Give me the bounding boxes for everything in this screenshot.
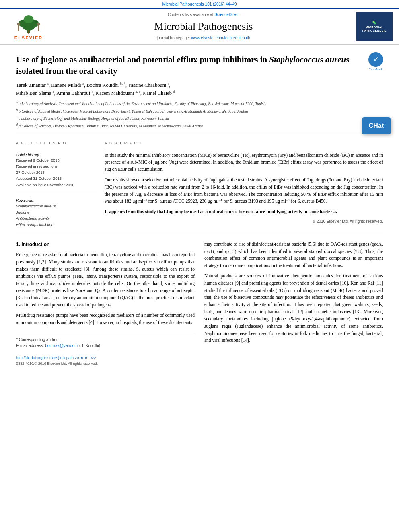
body-para-3: may contribute to rise of disinfectant-r… [204, 241, 383, 269]
keywords-label: Keywords: [16, 198, 97, 203]
article-title: Use of juglone as antibacterial and pote… [16, 54, 383, 76]
abstract-para-3: It appears from this study that Jug may … [105, 208, 383, 216]
doi-link[interactable]: http://dx.doi.org/10.1016/j.micpath.2016… [16, 355, 195, 361]
keywords-block: Keywords: Staphylococcus aureus Juglone … [16, 198, 97, 228]
sciencedirect-link: Contents lists available at ScienceDirec… [51, 12, 356, 18]
chat-button[interactable]: CHat [362, 117, 391, 134]
keyword-juglone: Juglone [16, 209, 97, 215]
journal-logo-title: MICROBIAL [366, 25, 383, 29]
email-line: E-mail address: bochrak@yahoo.fr (B. Kou… [16, 343, 195, 349]
svg-rect-7 [18, 24, 19, 31]
abstract-para-1: In this study the minimal inhibitory con… [105, 152, 383, 173]
received-revised-label: Received in revised form [16, 163, 97, 169]
body-section: 1. Introduction Emergence of resistant o… [16, 234, 383, 373]
svg-rect-10 [37, 23, 40, 25]
footnote-section: * Corresponding author. E-mail address: … [16, 333, 195, 367]
corresponding-label: * Corresponding author. [16, 337, 195, 343]
crossmark-badge: ✓ CrossMark [368, 52, 383, 72]
article-history-block: Article history: Received 9 October 2016… [16, 152, 97, 188]
affiliation-a: a a Laboratory of Analysis, Treatment an… [16, 100, 383, 107]
svg-point-4 [24, 15, 33, 23]
elsevier-tree-icon [14, 12, 43, 34]
section1-title: 1. Introduction [16, 241, 195, 249]
journal-title-block: Contents lists available at ScienceDirec… [51, 12, 356, 41]
journal-logo-box: 🦠 MICROBIAL PATHOGENESIS [356, 12, 393, 41]
copyright-line: © 2016 Elsevier Ltd. All rights reserved… [105, 219, 383, 224]
history-label: Article history: [16, 152, 97, 157]
svg-rect-8 [17, 23, 20, 25]
affiliation-d: d d College of Sciences, Biology Departm… [16, 123, 383, 129]
article-info-header: A R T I C L E I N F O [16, 141, 97, 146]
content-wrapper: ✓ CrossMark Use of juglone as antibacter… [0, 45, 399, 373]
body-para-2: Multidrug resistance pumps have been rec… [16, 312, 195, 327]
elsevier-label: ELSEVIER [14, 35, 43, 41]
crossmark-icon: ✓ [368, 52, 383, 67]
article-info-abstract-section: A R T I C L E I N F O Article history: R… [16, 134, 383, 234]
affiliation-b: b b College of Applied Medical Sciences,… [16, 108, 383, 114]
keyword-staphylococcus: Staphylococcus aureus [16, 203, 97, 209]
homepage-url[interactable]: www.elsevier.com/locate/micpath [191, 36, 250, 40]
authors-list: Tarek Zmantar a, Hanene Miladi a, Bochra… [16, 81, 383, 97]
author-email[interactable]: bochrak@yahoo.fr [45, 343, 78, 348]
article-info-column: A R T I C L E I N F O Article history: R… [16, 141, 97, 228]
abstract-text: In this study the minimal inhibitory con… [105, 152, 383, 216]
received-revised-date: 27 October 2016 [16, 169, 97, 175]
received-date: Received 9 October 2016 [16, 157, 97, 163]
svg-point-5 [28, 30, 29, 32]
article-title-section: ✓ CrossMark Use of juglone as antibacter… [16, 45, 383, 134]
journal-name: Microbial Pathogenesis [51, 19, 356, 34]
body-para-1: Emergence of resistant oral bacteria to … [16, 251, 195, 309]
body-two-columns: 1. Introduction Emergence of resistant o… [16, 241, 383, 367]
affiliations-block: a a Laboratory of Analysis, Treatment an… [16, 100, 383, 129]
issn-line: 0882-4010/© 2016 Elsevier Ltd. All right… [16, 361, 195, 367]
body-col-left: 1. Introduction Emergence of resistant o… [16, 241, 195, 367]
abstract-para-2: Our results showed a selective antimicro… [105, 177, 383, 205]
journal-header: ELSEVIER Contents lists available at Sci… [0, 8, 399, 45]
keyword-efflux: Efflux pumps inhibitors [16, 222, 97, 228]
abstract-column: A B S T R A C T In this study the minima… [105, 141, 383, 228]
accepted-date: Accepted 31 October 2016 [16, 175, 97, 181]
svg-rect-9 [38, 24, 39, 31]
body-col-right: may contribute to rise of disinfectant-r… [204, 241, 383, 367]
available-date: Available online 2 November 2016 [16, 182, 97, 188]
body-para-4: Natural products are sources of innovati… [204, 273, 383, 344]
journal-homepage: journal homepage: www.elsevier.com/locat… [51, 35, 356, 41]
abstract-header: A B S T R A C T [105, 141, 383, 146]
elsevier-logo: ELSEVIER [6, 12, 51, 41]
journal-logo-icon: 🦠 [372, 21, 377, 25]
sciencedirect-anchor[interactable]: ScienceDirect [214, 12, 239, 17]
keyword-antibacterial: Antibacterial activity [16, 215, 97, 221]
journal-reference: Microbial Pathogenesis 101 (2016) 44–49 [0, 0, 399, 8]
affiliation-c: c c Laboratory of Bacteriology and Molec… [16, 115, 383, 121]
journal-logo-subtitle: PATHOGENESIS [362, 29, 387, 33]
